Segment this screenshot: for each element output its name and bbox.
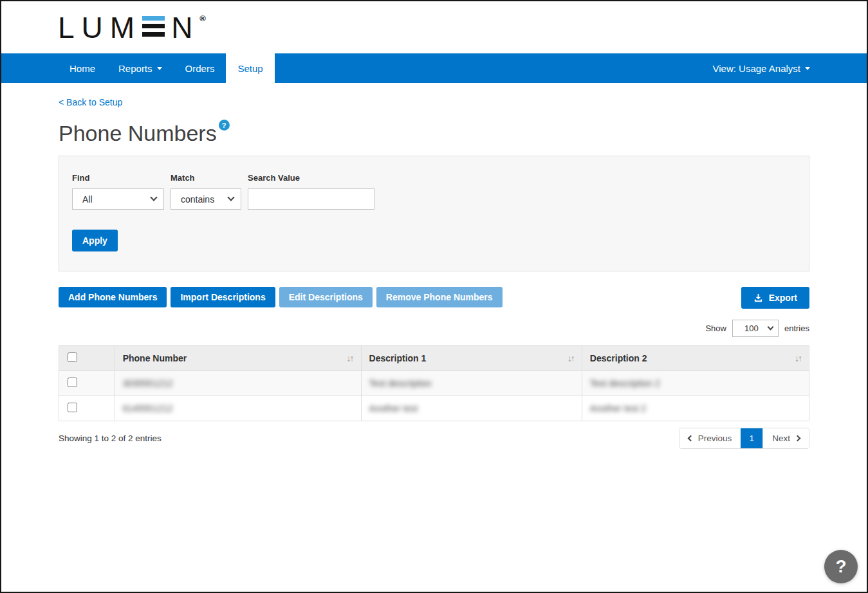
sort-icon[interactable]: ↓↑	[568, 353, 574, 363]
registered-mark: ®	[199, 14, 206, 23]
top-header: LUMN ®	[1, 1, 867, 53]
column-label: Description 2	[590, 353, 647, 363]
title-row: Phone Numbers ?	[59, 121, 809, 146]
logo-text-n: N	[171, 13, 199, 42]
view-role-dropdown[interactable]: View: Usage Analyst	[713, 53, 810, 83]
nav-item-reports[interactable]: Reports	[107, 53, 174, 83]
edit-descriptions-button[interactable]: Edit Descriptions	[279, 287, 373, 307]
description-1-cell: Test description	[369, 378, 432, 388]
download-icon	[753, 293, 763, 303]
find-select[interactable]: All	[72, 188, 164, 210]
row-checkbox[interactable]	[68, 378, 77, 387]
phone-numbers-table: Phone Number ↓↑ Description 1 ↓↑ Descrip…	[59, 345, 809, 421]
table-row: 6145551212 Another test Another test 2	[59, 396, 809, 421]
chevron-left-icon	[687, 435, 694, 442]
phone-number-cell: 3035551212	[123, 378, 173, 388]
search-value-label: Search Value	[248, 173, 374, 183]
actions-row: Add Phone Numbers Import Descriptions Ed…	[59, 287, 809, 309]
show-label: Show	[705, 324, 726, 333]
column-header-description-1[interactable]: Description 1 ↓↑	[361, 346, 582, 371]
column-header-phone-number[interactable]: Phone Number ↓↑	[115, 346, 361, 371]
phone-number-cell: 6145551212	[123, 403, 173, 414]
show-entries-row: Show 100 entries	[59, 320, 809, 337]
page-title: Phone Numbers	[59, 121, 217, 146]
column-label: Description 1	[369, 353, 427, 363]
select-all-checkbox[interactable]	[68, 352, 77, 362]
select-all-cell	[59, 346, 115, 371]
page-1-button[interactable]: 1	[741, 428, 762, 448]
export-button[interactable]: Export	[741, 287, 809, 309]
app-window: LUMN ® Home Reports Orders Setup View: U…	[0, 0, 868, 593]
page-size-select[interactable]: 100	[732, 320, 779, 337]
column-header-description-2[interactable]: Description 2 ↓↑	[582, 346, 809, 371]
find-field: Find All	[72, 173, 164, 210]
pagination: Previous 1 Next	[679, 428, 809, 449]
previous-label: Previous	[698, 433, 732, 443]
nav-item-home[interactable]: Home	[58, 53, 107, 83]
export-label: Export	[769, 293, 797, 303]
sort-icon[interactable]: ↓↑	[347, 353, 353, 363]
table-footer: Showing 1 to 2 of 2 entries Previous 1 N…	[59, 428, 809, 449]
back-to-setup-link[interactable]: < Back to Setup	[59, 97, 122, 107]
chevron-right-icon	[795, 435, 801, 442]
match-select[interactable]: contains	[171, 188, 241, 210]
search-value-input[interactable]	[248, 188, 374, 210]
previous-page-button[interactable]: Previous	[679, 428, 741, 448]
nav-label-orders: Orders	[185, 63, 215, 74]
next-label: Next	[772, 433, 790, 443]
main-nav: Home Reports Orders Setup View: Usage An…	[1, 53, 867, 83]
nav-item-setup[interactable]: Setup	[226, 53, 274, 83]
description-2-cell: Another test 2	[590, 403, 646, 414]
description-2-cell: Test description 2	[590, 378, 660, 388]
logo-e-icon	[142, 16, 165, 37]
add-phone-numbers-button[interactable]: Add Phone Numbers	[59, 287, 167, 307]
table-header-row: Phone Number ↓↑ Description 1 ↓↑ Descrip…	[59, 346, 809, 371]
view-role-label: View: Usage Analyst	[713, 63, 800, 74]
table-row: 3035551212 Test description Test descrip…	[59, 371, 809, 396]
import-descriptions-button[interactable]: Import Descriptions	[171, 287, 275, 307]
next-page-button[interactable]: Next	[762, 428, 809, 448]
sort-icon[interactable]: ↓↑	[795, 353, 801, 363]
find-label: Find	[72, 173, 164, 183]
nav-label-setup: Setup	[237, 63, 263, 74]
title-help-icon[interactable]: ?	[219, 120, 230, 131]
page-content: < Back to Setup Phone Numbers ? Find All	[1, 83, 867, 449]
description-1-cell: Another test	[369, 403, 418, 414]
column-label: Phone Number	[123, 353, 187, 363]
showing-entries-text: Showing 1 to 2 of 2 entries	[59, 433, 162, 443]
nav-item-orders[interactable]: Orders	[174, 53, 226, 83]
search-value-field: Search Value	[248, 173, 374, 210]
logo-text-lum: LUM	[58, 13, 142, 42]
chevron-down-icon	[805, 67, 810, 70]
help-fab-button[interactable]: ?	[824, 550, 858, 583]
match-label: Match	[171, 173, 241, 183]
row-checkbox[interactable]	[68, 403, 77, 412]
chevron-down-icon	[157, 67, 162, 70]
nav-label-home: Home	[69, 63, 95, 74]
filter-panel: Find All Match contains	[59, 156, 809, 271]
entries-label: entries	[784, 324, 809, 333]
lumen-logo: LUMN ®	[58, 13, 206, 42]
apply-button[interactable]: Apply	[72, 230, 118, 251]
remove-phone-numbers-button[interactable]: Remove Phone Numbers	[376, 287, 503, 307]
nav-label-reports: Reports	[118, 63, 152, 74]
match-field: Match contains	[171, 173, 241, 210]
